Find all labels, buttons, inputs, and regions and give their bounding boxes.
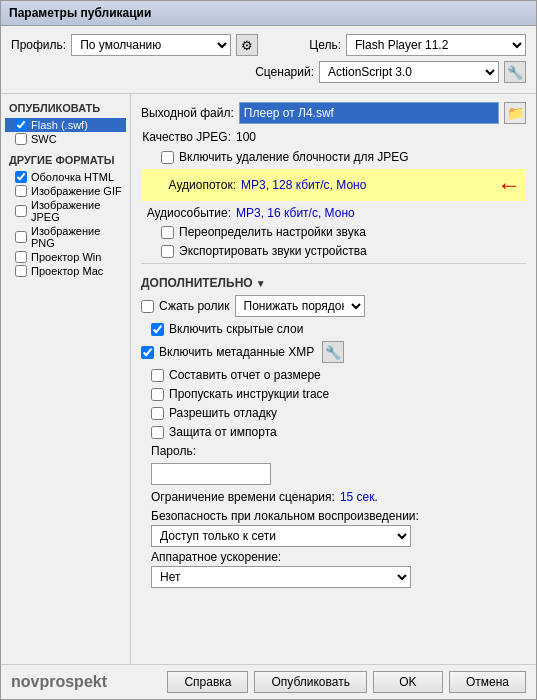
password-row: Пароль: [151, 444, 526, 458]
xmp-label: Включить метаданные XMP [159, 345, 314, 359]
quality-label: Качество JPEG: [141, 130, 231, 144]
png-checkbox[interactable] [15, 231, 27, 243]
swc-checkbox[interactable] [15, 133, 27, 145]
import-protect-checkbox[interactable] [151, 426, 164, 439]
advanced-section: ДОПОЛНИТЕЛЬНО ▼ Сжать ролик Понижать пор… [141, 263, 526, 588]
profile-row: Профиль: По умолчанию ⚙ Цель: Flash Play… [11, 34, 526, 56]
mac-checkbox[interactable] [15, 265, 27, 277]
header-area: Профиль: По умолчанию ⚙ Цель: Flash Play… [1, 26, 536, 94]
sidebar-item-mac[interactable]: Проектор Мас [5, 264, 126, 278]
xmp-wrench-button[interactable]: 🔧 [322, 341, 344, 363]
sidebar-item-jpeg[interactable]: Изображение JPEG [5, 198, 126, 224]
skip-trace-label: Пропускать инструкции trace [169, 387, 329, 401]
local-security-row: Безопасность при локальном воспроизведен… [151, 509, 526, 547]
publish-section-title: ОПУБЛИКОВАТЬ [5, 100, 126, 116]
html-checkbox[interactable] [15, 171, 27, 183]
browse-button[interactable]: 📁 [504, 102, 526, 124]
override-sound-label: Переопределить настройки звука [179, 225, 366, 239]
output-file-label: Выходной файл: [141, 106, 234, 120]
sidebar-item-win[interactable]: Проектор Win [5, 250, 126, 264]
scenario-label: Сценарий: [255, 65, 314, 79]
jpeg-checkbox-label: Включить удаление блочности для JPEG [179, 150, 409, 164]
flash-label: Flash (.swf) [31, 119, 88, 131]
export-sound-checkbox[interactable] [161, 245, 174, 258]
win-checkbox[interactable] [15, 251, 27, 263]
report-size-checkbox[interactable] [151, 369, 164, 382]
local-security-label: Безопасность при локальном воспроизведен… [151, 509, 526, 523]
arrow-indicator: ← [497, 171, 521, 199]
audio-stream-link[interactable]: MP3, 128 кбит/с, Моно [241, 178, 366, 192]
quality-row: Качество JPEG: 100 [141, 130, 526, 144]
gif-checkbox[interactable] [15, 185, 27, 197]
jpeg-label: Изображение JPEG [31, 199, 122, 223]
password-label: Пароль: [151, 444, 196, 458]
profile-select[interactable]: По умолчанию [71, 34, 231, 56]
hidden-layers-row: Включить скрытые слои [141, 322, 526, 336]
sidebar-item-flash[interactable]: Flash (.swf) [5, 118, 126, 132]
wrench-button[interactable]: 🔧 [504, 61, 526, 83]
debug-row: Разрешить отладку [141, 406, 526, 420]
timeout-value[interactable]: 15 сек. [340, 490, 378, 504]
mac-label: Проектор Мас [31, 265, 103, 277]
additional-title: ДОПОЛНИТЕЛЬНО ▼ [141, 276, 526, 290]
export-sound-row: Экспортировать звуки устройства [141, 244, 526, 258]
hidden-layers-checkbox[interactable] [151, 323, 164, 336]
password-input[interactable] [151, 463, 271, 485]
gif-label: Изображение GIF [31, 185, 122, 197]
watermark: novprospekt [11, 673, 107, 691]
window-title: Параметры публикации [9, 6, 151, 20]
quality-value: 100 [236, 130, 256, 144]
hardware-select[interactable]: Нет [151, 566, 411, 588]
hidden-layers-label: Включить скрытые слои [169, 322, 303, 336]
compress-select[interactable]: Понижать порядок [235, 295, 365, 317]
target-select[interactable]: Flash Player 11.2 [346, 34, 526, 56]
audio-stream-row: Аудиопоток: MP3, 128 кбит/с, Моно ← [141, 169, 526, 201]
jpeg-checkbox[interactable] [15, 205, 27, 217]
xmp-checkbox[interactable] [141, 346, 154, 359]
gear-button[interactable]: ⚙ [236, 34, 258, 56]
sidebar-item-gif[interactable]: Изображение GIF [5, 184, 126, 198]
win-label: Проектор Win [31, 251, 101, 263]
export-sound-label: Экспортировать звуки устройства [179, 244, 367, 258]
help-button[interactable]: Справка [167, 671, 248, 693]
import-protect-label: Защита от импорта [169, 425, 277, 439]
sidebar-item-png[interactable]: Изображение PNG [5, 224, 126, 250]
content-area: Выходной файл: 📁 Качество JPEG: 100 Вклю… [131, 94, 536, 664]
collapse-arrow-icon[interactable]: ▼ [256, 278, 266, 289]
password-input-row [151, 463, 526, 485]
audio-event-label: Аудиособытие: [141, 206, 231, 220]
import-protect-row: Защита от импорта [141, 425, 526, 439]
timeout-row: Ограничение времени сценария: 15 сек. [151, 490, 526, 504]
audio-event-row: Аудиособытие: MP3, 16 кбит/с, Моно [141, 206, 526, 220]
main-area: ОПУБЛИКОВАТЬ Flash (.swf) SWC ДРУГИЕ ФОР… [1, 94, 536, 664]
publish-button[interactable]: Опубликовать [254, 671, 366, 693]
report-size-row: Составить отчет о размере [141, 368, 526, 382]
sidebar-item-html[interactable]: Оболочка HTML [5, 170, 126, 184]
png-label: Изображение PNG [31, 225, 122, 249]
scenario-select[interactable]: ActionScript 3.0 [319, 61, 499, 83]
main-window: Параметры публикации Профиль: По умолчан… [0, 0, 537, 700]
override-sound-checkbox[interactable] [161, 226, 174, 239]
xmp-row: Включить метаданные XMP 🔧 [141, 341, 526, 363]
audio-event-link[interactable]: MP3, 16 кбит/с, Моно [236, 206, 355, 220]
bottom-bar: novprospekt Справка Опубликовать OK Отме… [1, 664, 536, 699]
other-section-title: ДРУГИЕ ФОРМАТЫ [5, 152, 126, 168]
jpeg-block-checkbox[interactable] [161, 151, 174, 164]
skip-trace-row: Пропускать инструкции trace [141, 387, 526, 401]
sidebar: ОПУБЛИКОВАТЬ Flash (.swf) SWC ДРУГИЕ ФОР… [1, 94, 131, 664]
scenario-row: Сценарий: ActionScript 3.0 🔧 [11, 61, 526, 83]
compress-checkbox[interactable] [141, 300, 154, 313]
report-size-label: Составить отчет о размере [169, 368, 321, 382]
output-file-row: Выходной файл: 📁 [141, 102, 526, 124]
cancel-button[interactable]: Отмена [449, 671, 526, 693]
skip-trace-checkbox[interactable] [151, 388, 164, 401]
jpeg-checkbox-row: Включить удаление блочности для JPEG [141, 150, 526, 164]
sidebar-item-swc[interactable]: SWC [5, 132, 126, 146]
output-file-input[interactable] [239, 102, 499, 124]
debug-checkbox[interactable] [151, 407, 164, 420]
override-sound-row: Переопределить настройки звука [141, 225, 526, 239]
ok-button[interactable]: OK [373, 671, 443, 693]
flash-checkbox[interactable] [15, 119, 27, 131]
title-bar: Параметры публикации [1, 1, 536, 26]
local-security-select[interactable]: Доступ только к сети [151, 525, 411, 547]
